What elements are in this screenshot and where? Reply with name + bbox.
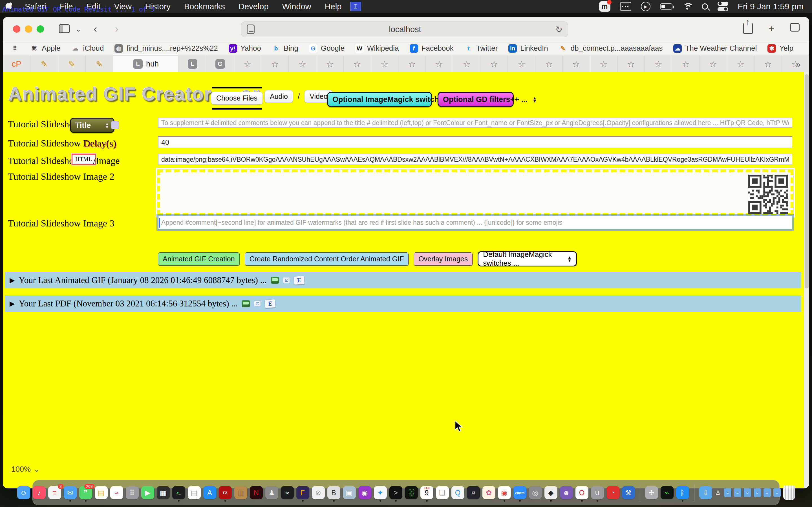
tab-empty-favorite[interactable]: ☆: [398, 56, 426, 72]
dock-document[interactable]: ❏: [436, 486, 449, 499]
email-icon[interactable]: E: [264, 299, 276, 308]
page-zoom-control[interactable]: 100% ⌄: [11, 465, 40, 474]
dock-game-character[interactable]: ♟: [265, 486, 278, 499]
app-status-icon[interactable]: m: [599, 1, 610, 12]
dock-safari[interactable]: ✦: [374, 486, 387, 499]
dock-address-book[interactable]: ▥: [234, 486, 247, 499]
dock-bluetooth[interactable]: ᛒ: [676, 486, 689, 499]
small-mail-icon[interactable]: E: [283, 277, 290, 283]
tab-empty-favorite[interactable]: ☆: [672, 56, 700, 72]
bookmark-bing[interactable]: b Bing: [272, 44, 298, 53]
bookmarks-overflow-chevron[interactable]: »: [796, 60, 801, 69]
gd-filters-select[interactable]: Optional GD filters++ ... ▲▼: [438, 92, 514, 107]
dock-tooth-app[interactable]: ∪: [591, 486, 604, 499]
menu-item[interactable]: Bookmarks: [177, 0, 232, 13]
tab-l-page[interactable]: L: [179, 56, 206, 72]
tab-active-huh[interactable]: L huh: [113, 56, 179, 72]
small-mail-icon[interactable]: E: [254, 300, 261, 307]
reload-icon[interactable]: ↻: [555, 24, 562, 34]
dock-gauge-app[interactable]: ◔: [606, 486, 619, 499]
dock-devtools[interactable]: ⚒: [622, 486, 635, 499]
dock-notes[interactable]: ▤: [95, 486, 108, 499]
tab-empty-favorite[interactable]: ☆: [782, 56, 809, 72]
scrollbar-thumb[interactable]: [805, 74, 809, 288]
overlay-images-button[interactable]: Overlay Images: [414, 252, 472, 266]
dock-appstore[interactable]: A: [203, 486, 216, 499]
dock-ghost-app[interactable]: ☻: [560, 486, 573, 499]
tab-empty-favorite[interactable]: ☆: [508, 56, 535, 72]
menu-item[interactable]: Help: [318, 0, 349, 13]
bookmark-weather[interactable]: ☁ The Weather Channel: [673, 44, 757, 53]
html-badge[interactable]: HTML: [71, 154, 96, 165]
randomized-order-button[interactable]: Create Randomized Content Order Animated…: [245, 252, 409, 266]
dock-mini-doc-1[interactable]: ≡: [724, 489, 731, 497]
tab-empty-favorite[interactable]: ☆: [590, 56, 617, 72]
email-icon[interactable]: E: [294, 276, 305, 285]
pager-icon[interactable]: [271, 277, 279, 284]
dock-downloads-stack[interactable]: ⇩: [699, 486, 712, 499]
share-icon[interactable]: [743, 23, 753, 34]
zoom-button[interactable]: [37, 25, 44, 33]
bookmark-facebook[interactable]: f Facebook: [410, 44, 454, 53]
tab-overview-icon[interactable]: [790, 23, 800, 32]
new-tab-button[interactable]: +: [769, 23, 774, 34]
dock-terminal-dark[interactable]: >: [389, 486, 402, 499]
bookmark-yahoo[interactable]: y! Yahoo: [229, 44, 261, 53]
last-pdf-bar[interactable]: ▶ Your Last PDF (November 03 2021 06:14:…: [5, 295, 801, 312]
play-icon[interactable]: ▶: [641, 2, 651, 11]
dock-mini-doc-2[interactable]: ≡: [734, 489, 741, 497]
disclosure-triangle-icon[interactable]: ▶: [10, 300, 15, 307]
dock-zoom[interactable]: zoom: [513, 486, 526, 499]
image2-drop-area[interactable]: [157, 170, 794, 216]
dock-textedit[interactable]: ▤: [188, 486, 201, 499]
tab-empty-favorite[interactable]: ☆: [727, 56, 755, 72]
tab-editor-3[interactable]: ✎: [86, 56, 113, 72]
dock-terminal[interactable]: >_: [172, 486, 185, 499]
imagemagick-switches-select[interactable]: Optional ImageMagick switches ... ▲▼: [327, 92, 432, 107]
chevron-down-icon[interactable]: ⌄: [75, 25, 81, 33]
forward-button[interactable]: ›: [115, 23, 118, 35]
dock-trash[interactable]: [783, 485, 795, 500]
dock-chrome[interactable]: ◉: [498, 486, 511, 499]
bookmark-linkedin[interactable]: in LinkedIn: [508, 44, 548, 53]
title-select[interactable]: Title ▲▼: [70, 118, 114, 133]
dock-firefox[interactable]: F: [296, 486, 309, 499]
dock-mini-doc-4[interactable]: ≡: [754, 489, 761, 497]
dock-accessibility[interactable]: ✣: [645, 486, 658, 499]
bookmark-apple[interactable]: ⌘ Apple: [30, 44, 61, 53]
dock-mini-doc-6[interactable]: ≡: [773, 489, 781, 497]
dock-podcasts[interactable]: ◉: [358, 486, 371, 499]
dock-opera[interactable]: O: [575, 486, 589, 499]
back-button[interactable]: ‹: [94, 23, 97, 35]
image-data-input[interactable]: [158, 154, 792, 165]
tab-empty-favorite[interactable]: ☆: [234, 56, 261, 72]
pager-icon[interactable]: [242, 300, 250, 307]
dock-launchpad[interactable]: ⠿: [126, 486, 139, 499]
tab-empty-favorite[interactable]: ☆: [426, 56, 453, 72]
tab-editor-2[interactable]: ✎: [58, 56, 86, 72]
title-config-input[interactable]: [158, 118, 792, 128]
tab-empty-favorite[interactable]: ☆: [645, 56, 672, 72]
dock-blocked-app[interactable]: ⊘: [312, 486, 325, 499]
dock-finder[interactable]: ☺: [17, 486, 30, 499]
tab-empty-favorite[interactable]: ☆: [371, 56, 398, 72]
dock-console[interactable]: ░: [405, 486, 418, 499]
dock-intellij[interactable]: IJ: [467, 486, 480, 499]
tab-empty-favorite[interactable]: ☆: [316, 56, 343, 72]
dock-photos-wave[interactable]: ≈: [110, 486, 123, 499]
dock-filezilla[interactable]: FZ: [219, 486, 232, 499]
dock-messages[interactable]: ❞ 203: [79, 486, 92, 499]
page-scrollbar[interactable]: [804, 72, 809, 488]
bookmark-grid[interactable]: ⠿: [11, 44, 19, 53]
privacy-report-icon[interactable]: [247, 24, 255, 34]
tab-empty-favorite[interactable]: ☆: [261, 56, 289, 72]
menu-item[interactable]: Window: [275, 0, 318, 13]
battery-icon[interactable]: [660, 3, 672, 10]
dock-reminders[interactable]: ≡ 3: [48, 486, 61, 499]
tab-empty-favorite[interactable]: ☆: [563, 56, 590, 72]
bookmark-google[interactable]: G Google: [309, 44, 345, 53]
dock-calendar[interactable]: JAN 9: [420, 486, 434, 499]
title-checkbox[interactable]: [111, 121, 119, 129]
tab-empty-favorite[interactable]: ☆: [453, 56, 480, 72]
control-center-icon[interactable]: [718, 2, 728, 11]
